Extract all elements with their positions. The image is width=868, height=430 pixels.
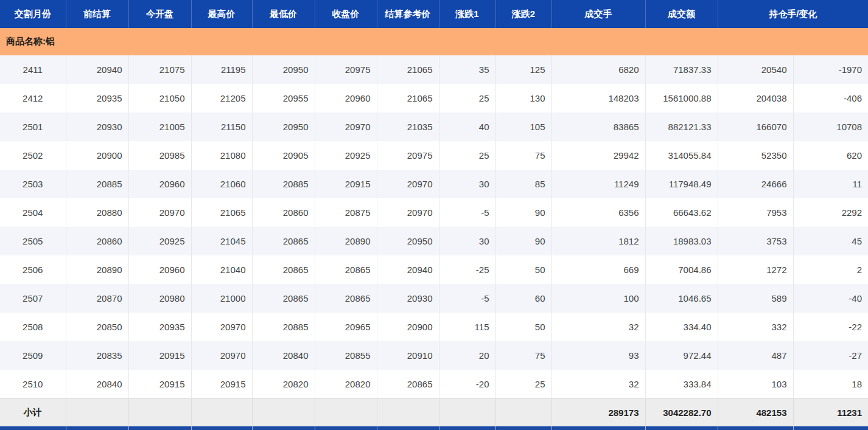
table-cell: 117948.49 [645, 170, 718, 198]
table-cell: 29942 [551, 141, 645, 170]
subtotal-cell [191, 399, 252, 427]
table-cell: 20900 [377, 313, 439, 341]
footer-bar [0, 426, 868, 430]
table-cell: 7004.86 [645, 255, 718, 284]
table-cell: 487 [718, 341, 793, 370]
table-cell: 1812 [551, 227, 645, 255]
table-cell: 20915 [191, 370, 252, 399]
footer-bar-cell [793, 426, 868, 430]
table-cell: 90 [495, 227, 551, 255]
footer-bar-cell [495, 426, 551, 430]
table-row: 2509208352091520970208402085520910207593… [0, 341, 868, 370]
table-cell: 332 [718, 313, 793, 341]
header-close: 收盘价 [315, 0, 377, 28]
header-prev-settlement: 前结算 [66, 0, 128, 28]
header-change1: 涨跌1 [439, 0, 495, 28]
table-cell: 20925 [315, 141, 377, 170]
table-cell: 20850 [66, 313, 128, 341]
commodity-group-row: 商品名称:铝 [0, 28, 868, 55]
table-cell: -20 [439, 370, 495, 399]
table-cell: 2292 [793, 198, 868, 227]
subtotal-cell [315, 399, 377, 427]
table-cell: 204038 [718, 84, 793, 113]
table-cell: 45 [793, 227, 868, 255]
table-cell: -5 [439, 284, 495, 313]
header-low: 最低价 [252, 0, 315, 28]
table-cell: 20910 [377, 341, 439, 370]
header-settlement-ref: 结算参考价 [377, 0, 439, 28]
table-row: 2507208702098021000208652086520930-56010… [0, 284, 868, 313]
table-cell: 21205 [191, 84, 252, 113]
table-cell: 50 [495, 313, 551, 341]
table-cell: 20930 [66, 113, 128, 141]
table-cell: 2501 [0, 113, 66, 141]
table-cell: 30 [439, 170, 495, 198]
table-cell: 20890 [315, 227, 377, 255]
table-row: 2504208802097021065208602087520970-59063… [0, 198, 868, 227]
table-cell: 83865 [551, 113, 645, 141]
table-cell: 20955 [252, 84, 315, 113]
table-cell: 20950 [252, 113, 315, 141]
table-cell: 60 [495, 284, 551, 313]
footer-bar-cell [191, 426, 252, 430]
table-cell: 2507 [0, 284, 66, 313]
table-cell: -406 [793, 84, 868, 113]
table-cell: -25 [439, 255, 495, 284]
table-row: 2502209002098521080209052092520975257529… [0, 141, 868, 170]
footer-bar-cell [718, 426, 793, 430]
table-cell: 20940 [66, 55, 128, 84]
table-cell: 93 [551, 341, 645, 370]
table-cell: 20960 [315, 84, 377, 113]
table-cell: 1561000.88 [645, 84, 718, 113]
table-cell: 20840 [66, 370, 128, 399]
footer-bar-cell [315, 426, 377, 430]
header-row: 交割月份 前结算 今开盘 最高价 最低价 收盘价 结算参考价 涨跌1 涨跌2 成… [0, 0, 868, 28]
table-cell: 2509 [0, 341, 66, 370]
table-cell: 20980 [128, 284, 191, 313]
table-cell: 3753 [718, 227, 793, 255]
table-cell: 20915 [128, 341, 191, 370]
table-cell: 21050 [128, 84, 191, 113]
table-cell: 2 [793, 255, 868, 284]
footer-bar-cell [377, 426, 439, 430]
table-cell: 18983.03 [645, 227, 718, 255]
table-cell: 2506 [0, 255, 66, 284]
table-cell: 2504 [0, 198, 66, 227]
header-volume: 成交手 [551, 0, 645, 28]
table-cell: 20820 [252, 370, 315, 399]
table-cell: 20835 [66, 341, 128, 370]
table-cell: 71837.33 [645, 55, 718, 84]
footer-bar-cell [551, 426, 645, 430]
footer-bar-cell [439, 426, 495, 430]
table-cell: 669 [551, 255, 645, 284]
table-cell: 2412 [0, 84, 66, 113]
table-cell: 21065 [377, 55, 439, 84]
table-cell: 20965 [315, 313, 377, 341]
subtotal-cell [66, 399, 128, 427]
table-cell: 2503 [0, 170, 66, 198]
table-cell: 20930 [377, 284, 439, 313]
table-cell: 20960 [128, 255, 191, 284]
table-cell: 20905 [252, 141, 315, 170]
table-cell: 21075 [128, 55, 191, 84]
table-cell: 20860 [252, 198, 315, 227]
table-cell: 100 [551, 284, 645, 313]
table-cell: 20885 [252, 313, 315, 341]
table-cell: 21000 [191, 284, 252, 313]
header-open: 今开盘 [128, 0, 191, 28]
subtotal-cell: 289173 [551, 399, 645, 427]
table-cell: 20875 [315, 198, 377, 227]
table-cell: 25 [495, 370, 551, 399]
commodity-name-label: 商品名称:铝 [0, 28, 868, 55]
table-cell: 125 [495, 55, 551, 84]
table-cell: 20865 [252, 227, 315, 255]
header-change2: 涨跌2 [495, 0, 551, 28]
table-cell: 130 [495, 84, 551, 113]
table-row: 2505208602092521045208652089020950309018… [0, 227, 868, 255]
table-cell: 40 [439, 113, 495, 141]
table-cell: 20970 [128, 198, 191, 227]
futures-daily-quote-table: 交割月份 前结算 今开盘 最高价 最低价 收盘价 结算参考价 涨跌1 涨跌2 成… [0, 0, 868, 430]
footer-bar-cell [66, 426, 128, 430]
table-cell: 334.40 [645, 313, 718, 341]
table-cell: 25 [439, 141, 495, 170]
